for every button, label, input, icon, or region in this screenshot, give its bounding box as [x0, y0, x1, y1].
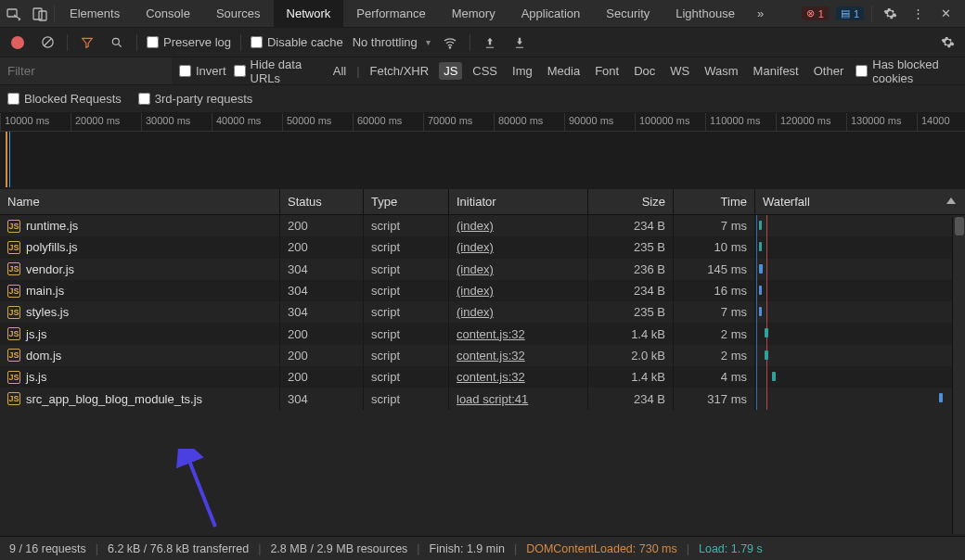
hide-data-urls-checkbox[interactable]: Hide data URLs: [234, 57, 321, 85]
type-chip-js[interactable]: JS: [439, 62, 462, 80]
request-initiator-link[interactable]: content.js:32: [457, 327, 525, 341]
request-table-body: JSruntime.js200script(index)234 B7 msJSp…: [0, 215, 965, 532]
invert-checkbox[interactable]: Invert: [179, 64, 226, 78]
js-file-icon: JS: [7, 371, 20, 384]
type-chip-img[interactable]: Img: [508, 62, 537, 80]
table-row[interactable]: JSmain.js304script(index)234 B16 ms: [0, 280, 965, 301]
type-chip-doc[interactable]: Doc: [629, 62, 660, 80]
tab-console[interactable]: Console: [133, 0, 203, 28]
timeline-tick: 70000 ms: [423, 113, 494, 131]
error-dot-icon: ⊗: [806, 7, 815, 19]
timeline-tick: 10000 ms: [0, 113, 71, 131]
col-size[interactable]: Size: [588, 189, 674, 214]
request-table-header: Name Status Type Initiator Size Time Wat…: [0, 189, 965, 215]
request-initiator-link[interactable]: (index): [457, 305, 494, 319]
device-toggle-icon[interactable]: [28, 2, 52, 26]
message-count: 1: [854, 8, 859, 19]
upload-icon[interactable]: [480, 32, 500, 53]
request-initiator-link[interactable]: (index): [457, 240, 494, 254]
col-type[interactable]: Type: [364, 189, 449, 214]
error-badge[interactable]: ⊗ 1: [802, 6, 829, 20]
timeline-tick: 90000 ms: [564, 113, 635, 131]
request-waterfall-cell: [755, 323, 965, 344]
inspect-icon[interactable]: [2, 2, 26, 26]
network-settings-gear-icon[interactable]: [937, 32, 958, 53]
table-row[interactable]: JSstyles.js304script(index)235 B7 ms: [0, 301, 965, 323]
type-chip-media[interactable]: Media: [543, 62, 585, 80]
type-chip-all[interactable]: All: [328, 62, 351, 80]
gear-icon[interactable]: [880, 4, 900, 24]
request-size: 1.4 kB: [588, 366, 674, 388]
type-chip-fetchxhr[interactable]: Fetch/XHR: [366, 62, 434, 80]
table-row[interactable]: JSpolyfills.js200script(index)235 B10 ms: [0, 236, 965, 258]
tab-application[interactable]: Application: [508, 0, 594, 28]
timeline-overview[interactable]: 10000 ms20000 ms30000 ms40000 ms50000 ms…: [0, 113, 965, 189]
clear-icon[interactable]: [37, 32, 58, 53]
search-icon[interactable]: [107, 32, 127, 53]
type-chip-ws[interactable]: WS: [665, 62, 694, 80]
tab-security[interactable]: Security: [593, 0, 663, 28]
table-row[interactable]: JSruntime.js200script(index)234 B7 ms: [0, 215, 965, 236]
request-initiator-link[interactable]: content.js:32: [457, 370, 525, 384]
type-chip-font[interactable]: Font: [590, 62, 624, 80]
preserve-log-label: Preserve log: [163, 35, 231, 49]
tab-elements[interactable]: Elements: [57, 0, 133, 28]
request-initiator-link[interactable]: (index): [457, 219, 494, 233]
filter-icon[interactable]: [77, 32, 97, 53]
wifi-icon[interactable]: [440, 32, 460, 53]
request-status: 304: [280, 259, 364, 280]
status-footer: 9 / 16 requests| 6.2 kB / 76.8 kB transf…: [0, 536, 965, 560]
request-time: 16 ms: [674, 280, 755, 301]
col-status[interactable]: Status: [280, 189, 364, 214]
tab-lighthouse[interactable]: Lighthouse: [663, 0, 748, 28]
js-file-icon: JS: [7, 262, 20, 275]
tab-memory[interactable]: Memory: [439, 0, 508, 28]
timeline-tick: 120000 ms: [776, 113, 846, 131]
scrollbar[interactable]: [952, 217, 965, 534]
throttling-select[interactable]: No throttling: [353, 35, 431, 49]
close-icon[interactable]: ✕: [935, 4, 956, 24]
col-initiator[interactable]: Initiator: [449, 189, 588, 214]
type-chip-other[interactable]: Other: [809, 62, 849, 80]
scrollbar-thumb[interactable]: [955, 217, 964, 235]
col-waterfall[interactable]: Waterfall: [755, 189, 965, 214]
js-file-icon: JS: [7, 306, 20, 319]
timeline-tick: 60000 ms: [353, 113, 423, 131]
message-badge[interactable]: ▤ 1: [836, 6, 864, 20]
request-name: vendor.js: [26, 262, 74, 276]
third-party-checkbox[interactable]: 3rd-party requests: [138, 92, 253, 106]
tabs-overflow-icon[interactable]: »: [750, 6, 771, 20]
request-status: 304: [280, 301, 364, 323]
request-time: 7 ms: [674, 215, 755, 236]
request-initiator-link[interactable]: (index): [457, 284, 494, 298]
tab-network[interactable]: Network: [274, 0, 344, 28]
col-name[interactable]: Name: [0, 189, 280, 214]
request-type: script: [364, 323, 449, 344]
filter-input[interactable]: [0, 57, 172, 84]
preserve-log-checkbox[interactable]: Preserve log: [147, 35, 231, 49]
request-initiator-link[interactable]: load script:41: [457, 392, 528, 406]
col-time[interactable]: Time: [674, 189, 755, 214]
request-initiator-link[interactable]: (index): [457, 262, 494, 276]
disable-cache-checkbox[interactable]: Disable cache: [251, 35, 343, 49]
record-button[interactable]: [7, 32, 28, 53]
table-row[interactable]: JSsrc_app_blog_blog_module_ts.js304scrip…: [0, 388, 965, 409]
download-icon[interactable]: [509, 32, 530, 53]
type-chip-wasm[interactable]: Wasm: [700, 62, 742, 80]
request-name: src_app_blog_blog_module_ts.js: [26, 392, 202, 406]
table-row[interactable]: JSvendor.js304script(index)236 B145 ms: [0, 259, 965, 280]
has-blocked-cookies-checkbox[interactable]: Has blocked cookies: [856, 57, 965, 85]
js-file-icon: JS: [7, 285, 20, 298]
request-initiator-link[interactable]: content.js:32: [457, 349, 525, 363]
table-row[interactable]: JSjs.js200scriptcontent.js:321.4 kB2 ms: [0, 323, 965, 344]
tab-sources[interactable]: Sources: [203, 0, 274, 28]
blocked-requests-checkbox[interactable]: Blocked Requests: [7, 92, 122, 106]
request-type: script: [364, 280, 449, 301]
table-row[interactable]: JSjs.js200scriptcontent.js:321.4 kB4 ms: [0, 366, 965, 388]
type-chip-css[interactable]: CSS: [468, 62, 502, 80]
js-file-icon: JS: [7, 392, 20, 405]
kebab-menu-icon[interactable]: ⋮: [907, 4, 928, 24]
type-chip-manifest[interactable]: Manifest: [749, 62, 804, 80]
table-row[interactable]: JSdom.js200scriptcontent.js:322.0 kB2 ms: [0, 345, 965, 366]
tab-performance[interactable]: Performance: [343, 0, 438, 28]
